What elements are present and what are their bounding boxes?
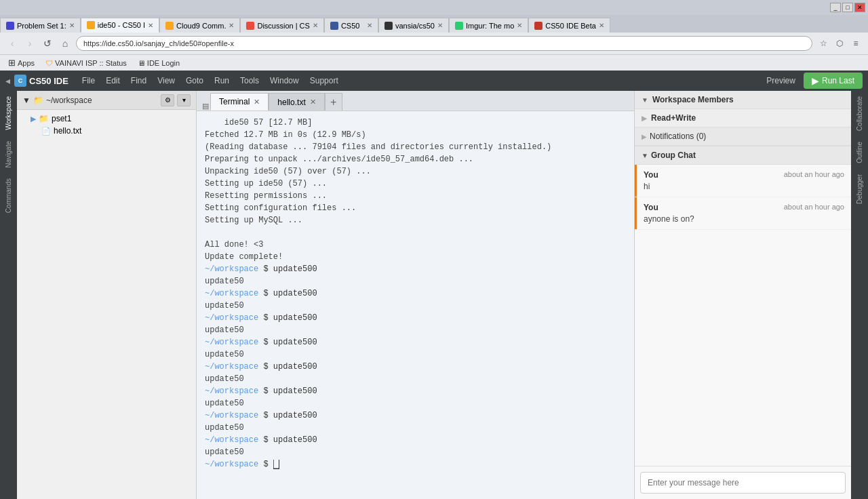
tab-title-6: vansia/cs50	[395, 22, 435, 30]
vainavi-bookmark[interactable]: 🛡 VAINAVI ISP :: Status	[43, 58, 130, 68]
notifications-section: ▶ Notifications (0)	[635, 127, 851, 146]
tab-title-4: Discussion | CS	[257, 22, 309, 30]
apps-bookmark[interactable]: ⊞ Apps	[5, 56, 37, 69]
tab-close-2[interactable]: ✕	[148, 22, 153, 29]
menu-window[interactable]: Window	[264, 73, 304, 88]
editor-tab-terminal[interactable]: Terminal ✕	[210, 93, 269, 111]
menu-file[interactable]: File	[77, 73, 100, 88]
tab-favicon-8	[534, 22, 542, 30]
browser-tab-1[interactable]: Problem Set 1: ✕	[0, 18, 81, 33]
hello-label: hello.txt	[54, 126, 81, 136]
menu-icon[interactable]: ≡	[849, 37, 863, 50]
vainavi-label: VAINAVI ISP :: Status	[55, 59, 127, 67]
terminal-prompt-1: ~/workspace $ update500	[205, 263, 626, 275]
browser-tab-4[interactable]: Discussion | CS ✕	[240, 18, 323, 33]
tree-item-pset1[interactable]: ▶ 📁 pset1	[17, 113, 196, 125]
workspace-members-header[interactable]: ▼ Workspace Members	[635, 91, 851, 108]
reload-button[interactable]: ↺	[41, 37, 54, 50]
ide-login-bookmark[interactable]: 🖥 IDE Login	[135, 58, 182, 68]
browser-tab-8[interactable]: CS50 IDE Beta ✕	[528, 18, 610, 33]
maximize-btn[interactable]: □	[842, 3, 853, 12]
tab-close-3[interactable]: ✕	[229, 22, 234, 29]
read-write-header[interactable]: ▶ Read+Write	[635, 109, 851, 127]
terminal-prompt-2: ~/workspace $ update500	[205, 287, 626, 300]
tab-favicon-3	[165, 22, 174, 30]
debugger-sidebar-label[interactable]: Debugger	[853, 169, 866, 209]
tab-close-4[interactable]: ✕	[313, 22, 318, 29]
hello-tab-close[interactable]: ✕	[310, 98, 316, 106]
editor-tabbar: ▤ Terminal ✕ hello.txt ✕ +	[197, 91, 634, 111]
terminal-line-3: (Reading database ... 79104 files and di…	[205, 141, 626, 153]
folder-icon: 📁	[33, 96, 43, 105]
terminal-tab-close[interactable]: ✕	[254, 98, 260, 106]
notifications-label: Notifications (0)	[650, 132, 706, 141]
back-button[interactable]: ‹	[5, 37, 19, 50]
extensions-icon[interactable]: ⬡	[833, 37, 846, 50]
home-button[interactable]: ⌂	[58, 37, 72, 50]
group-chat-label: Group Chat	[651, 151, 696, 160]
group-chat-header[interactable]: ▼ Group Chat	[635, 146, 851, 165]
menu-view[interactable]: View	[152, 73, 180, 88]
ide-icon: 🖥	[138, 59, 145, 67]
chat-input[interactable]	[640, 472, 846, 494]
preview-button[interactable]: Preview	[758, 73, 804, 88]
terminal-line-5: Unpacking ide50 (57) over (57) ...	[205, 165, 626, 178]
browser-tab-7[interactable]: Imgur: The mo ✕	[449, 18, 528, 33]
bookmark-star-icon[interactable]: ☆	[816, 37, 830, 50]
chat-user-2: You	[644, 203, 658, 212]
tree-settings-btn[interactable]: ⚙	[161, 94, 174, 106]
run-last-button[interactable]: ▶ Run Last	[804, 73, 863, 89]
collaborate-sidebar-label[interactable]: Collaborate	[853, 91, 866, 136]
menu-find[interactable]: Find	[125, 73, 152, 88]
chat-indicator-1	[635, 165, 637, 197]
workspace-members-section: ▼ Workspace Members	[635, 91, 851, 109]
browser-tab-3[interactable]: Cloud9 Comm. ✕	[159, 18, 240, 33]
terminal-content[interactable]: ide50 57 [12.7 MB] Fetched 12.7 MB in 0s…	[197, 111, 634, 499]
chat-message-header-1: You about an hour ago	[644, 170, 844, 180]
minimize-btn[interactable]: _	[830, 3, 841, 12]
outline-sidebar-label[interactable]: Outline	[853, 136, 866, 169]
editor-tab-hello[interactable]: hello.txt ✕	[269, 93, 324, 111]
terminal-line-10: All done! <3	[205, 239, 626, 251]
menu-tools[interactable]: Tools	[235, 73, 264, 88]
tab-close-7[interactable]: ✕	[517, 22, 522, 29]
menu-run[interactable]: Run	[209, 73, 235, 88]
hello-tab-label: hello.txt	[277, 98, 305, 107]
menu-goto[interactable]: Goto	[180, 73, 209, 88]
tab-title-5: CS50	[341, 22, 364, 30]
workspace-root-label: ~/workspace	[46, 96, 92, 105]
tab-favicon-5	[330, 22, 338, 30]
chat-text-2: aynone is on?	[644, 214, 844, 224]
tab-close-6[interactable]: ✕	[437, 22, 443, 29]
notifications-header[interactable]: ▶ Notifications (0)	[635, 127, 851, 146]
browser-tab-5[interactable]: CS50 ✕	[324, 18, 378, 33]
tab-close-5[interactable]: ✕	[367, 22, 372, 29]
pset1-label: pset1	[52, 114, 71, 123]
menu-edit[interactable]: Edit	[100, 73, 125, 88]
ide-menubar: ◂ C CS50 IDE File Edit Find View Goto Ru…	[0, 71, 868, 91]
right-panel: ▼ Workspace Members ▶ Read+Write ▶ Notif…	[634, 91, 851, 499]
ide-logo-icon: C	[14, 75, 26, 87]
browser-tab-6[interactable]: vansia/cs50 ✕	[378, 18, 449, 33]
tree-more-btn[interactable]: ▾	[177, 94, 191, 106]
tab-close-8[interactable]: ✕	[599, 22, 604, 29]
terminal-out-3: update50	[205, 324, 626, 336]
file-tree-header: ▼ 📁 ~/workspace ⚙ ▾	[17, 91, 196, 110]
close-btn[interactable]: ✕	[854, 3, 865, 12]
url-input[interactable]: https://ide.cs50.io/sanjay_ch/ide50#open…	[76, 36, 812, 51]
ide-title: CS50 IDE	[29, 76, 68, 86]
terminal-out-2: update50	[205, 300, 626, 312]
add-tab-button[interactable]: +	[325, 93, 342, 111]
tree-item-hello[interactable]: 📄 hello.txt	[17, 125, 196, 137]
url-text: https://ide.cs50.io/sanjay_ch/ide50#open…	[83, 39, 793, 47]
browser-tab-2[interactable]: ide50 - CS50 I ✕	[81, 18, 159, 33]
collapse-sidebar-btn[interactable]: ◂	[5, 75, 10, 86]
tab-close-1[interactable]: ✕	[69, 22, 75, 29]
menu-support[interactable]: Support	[304, 73, 344, 88]
tab-favicon-1	[6, 22, 14, 30]
commands-sidebar-label[interactable]: Commands	[2, 173, 15, 218]
workspace-sidebar-label[interactable]: Workspace	[2, 91, 15, 136]
navigate-sidebar-label[interactable]: Navigate	[2, 136, 15, 173]
terminal-line-9: Setting up MySQL ...	[205, 214, 626, 226]
forward-button[interactable]: ›	[23, 37, 37, 50]
